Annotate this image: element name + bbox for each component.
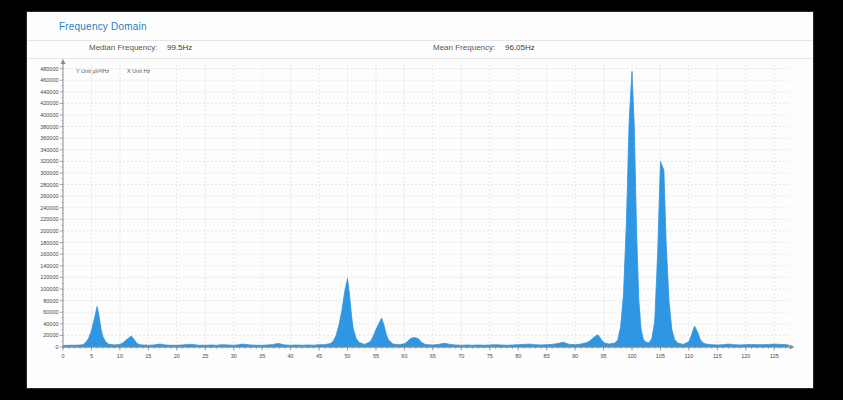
svg-text:300000: 300000 (40, 170, 58, 176)
svg-text:200000: 200000 (40, 228, 58, 234)
svg-text:400000: 400000 (40, 112, 58, 118)
svg-text:20000: 20000 (43, 332, 58, 338)
svg-text:10: 10 (117, 353, 123, 359)
svg-text:360000: 360000 (40, 135, 58, 141)
svg-text:115: 115 (713, 353, 722, 359)
svg-text:120: 120 (741, 353, 750, 359)
svg-text:240000: 240000 (40, 205, 58, 211)
svg-text:160000: 160000 (40, 251, 58, 257)
svg-text:80000: 80000 (43, 298, 58, 304)
svg-text:80: 80 (515, 353, 521, 359)
median-frequency-value: 99.5Hz (167, 43, 192, 52)
svg-text:30: 30 (231, 353, 237, 359)
svg-text:0: 0 (55, 344, 58, 350)
svg-text:50: 50 (344, 353, 350, 359)
svg-text:40000: 40000 (43, 321, 58, 327)
svg-text:60000: 60000 (43, 309, 58, 315)
svg-text:460000: 460000 (40, 77, 58, 83)
svg-text:X Unit Hz: X Unit Hz (127, 68, 150, 74)
page-title: Frequency Domain (59, 21, 147, 32)
svg-text:70: 70 (458, 353, 464, 359)
mean-frequency-value: 96.05Hz (505, 43, 535, 52)
mean-frequency-label: Mean Frequency: (433, 43, 495, 52)
svg-text:220000: 220000 (40, 216, 58, 222)
svg-text:120000: 120000 (40, 274, 58, 280)
svg-text:100: 100 (627, 353, 636, 359)
svg-text:260000: 260000 (40, 193, 58, 199)
svg-text:140000: 140000 (40, 263, 58, 269)
svg-text:180000: 180000 (40, 240, 58, 246)
svg-text:55: 55 (373, 353, 379, 359)
screen-background: Frequency Domain Median Frequency: 99.5H… (0, 0, 843, 400)
frequency-chart: 0200004000060000800001000001200001400001… (27, 59, 813, 389)
svg-text:105: 105 (656, 353, 665, 359)
svg-text:95: 95 (600, 353, 606, 359)
svg-text:15: 15 (145, 353, 151, 359)
svg-text:100000: 100000 (40, 286, 58, 292)
median-frequency-label: Median Frequency: (89, 43, 157, 52)
title-divider (27, 40, 813, 41)
svg-text:45: 45 (316, 353, 322, 359)
svg-text:20: 20 (174, 353, 180, 359)
svg-text:Y Unit µV²/Hz: Y Unit µV²/Hz (76, 68, 110, 74)
svg-text:125: 125 (770, 353, 779, 359)
svg-text:0: 0 (61, 353, 64, 359)
svg-text:340000: 340000 (40, 147, 58, 153)
svg-text:60: 60 (401, 353, 407, 359)
svg-text:75: 75 (487, 353, 493, 359)
svg-text:320000: 320000 (40, 158, 58, 164)
svg-text:85: 85 (544, 353, 550, 359)
svg-text:5: 5 (90, 353, 93, 359)
frequency-domain-panel: Frequency Domain Median Frequency: 99.5H… (26, 11, 814, 389)
svg-text:65: 65 (430, 353, 436, 359)
chart-area: 0200004000060000800001000001200001400001… (27, 59, 813, 389)
svg-text:380000: 380000 (40, 124, 58, 130)
svg-text:25: 25 (202, 353, 208, 359)
svg-text:90: 90 (572, 353, 578, 359)
svg-text:35: 35 (259, 353, 265, 359)
svg-text:420000: 420000 (40, 100, 58, 106)
svg-text:40: 40 (288, 353, 294, 359)
svg-text:110: 110 (685, 353, 694, 359)
stats-bar: Median Frequency: 99.5Hz Mean Frequency:… (27, 43, 813, 57)
svg-text:280000: 280000 (40, 182, 58, 188)
svg-text:480000: 480000 (40, 66, 58, 72)
svg-text:440000: 440000 (40, 89, 58, 95)
